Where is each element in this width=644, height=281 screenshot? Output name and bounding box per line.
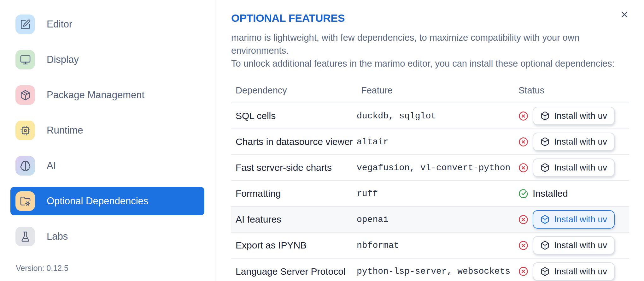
sidebar-item-label: Editor: [47, 19, 72, 30]
edit-icon: [15, 15, 35, 34]
table-row: Language Server Protocol python-lsp-serv…: [231, 258, 629, 281]
feature-packages: altair: [357, 129, 514, 155]
sidebar-item-display[interactable]: Display: [10, 45, 204, 74]
box-icon: [540, 163, 550, 172]
settings-dialog: Editor Display Package Management Runtim…: [0, 0, 644, 281]
table-row: Charts in datasource viewer altair Insta…: [231, 129, 629, 155]
table-row: AI features openai Install with uv: [231, 206, 629, 232]
install-button-label: Install with uv: [554, 240, 607, 250]
monitor-icon: [15, 50, 35, 69]
dependency-table: Dependency Feature Status SQL cells duck…: [231, 81, 629, 281]
install-with-uv-button[interactable]: Install with uv: [533, 236, 615, 254]
brain-icon: [15, 156, 35, 176]
install-button-label: Install with uv: [554, 111, 607, 121]
dependency-name: AI features: [231, 206, 357, 232]
sidebar-item-label: Optional Dependencies: [47, 195, 148, 207]
column-header-feature: Feature: [357, 81, 514, 103]
close-icon: [619, 9, 629, 20]
dependency-name: Language Server Protocol: [231, 258, 357, 281]
table-row: SQL cells duckdb, sqlglot Install with u…: [231, 103, 629, 129]
feature-packages: nbformat: [357, 232, 514, 258]
version-label: Version: 0.12.5: [16, 264, 68, 273]
install-button-label: Install with uv: [554, 137, 607, 147]
table-row: Formatting ruff Installed: [231, 181, 629, 206]
feature-packages: ruff: [357, 181, 514, 206]
dependency-name: Fast server-side charts: [231, 155, 357, 181]
feature-packages: vegafusion, vl-convert-python: [357, 155, 514, 181]
sidebar-item-runtime[interactable]: Runtime: [10, 116, 204, 145]
sidebar-item-label: Package Management: [47, 89, 144, 101]
description-line-2: To unlock additional features in the mar…: [231, 57, 629, 70]
status-cell: Install with uv: [514, 103, 629, 129]
install-with-uv-button[interactable]: Install with uv: [533, 210, 615, 229]
sidebar-item-package-management[interactable]: Package Management: [10, 81, 204, 109]
table-header-row: Dependency Feature Status: [231, 81, 629, 103]
sidebar-item-label: Labs: [47, 231, 68, 242]
table-row: Export as IPYNB nbformat Install with uv: [231, 232, 629, 258]
box-icon: [540, 267, 550, 276]
install-button-label: Install with uv: [554, 214, 607, 224]
feature-packages: openai: [357, 206, 514, 232]
sidebar-item-labs[interactable]: Labs: [10, 222, 204, 251]
status-wrap: Install with uv: [514, 262, 629, 281]
circle-x-icon: [518, 241, 528, 250]
panel-description: marimo is lightweight, with few dependen…: [231, 31, 629, 70]
optional-features-panel: OPTIONAL FEATURES marimo is lightweight,…: [215, 0, 644, 281]
sidebar-item-label: Display: [47, 54, 79, 65]
box-icon: [540, 215, 550, 224]
description-line-1: marimo is lightweight, with few dependen…: [231, 31, 629, 57]
box-icon: [540, 241, 550, 250]
settings-sidebar: Editor Display Package Management Runtim…: [0, 0, 215, 281]
circle-x-icon: [518, 266, 528, 276]
flask-icon: [15, 227, 35, 246]
status-wrap: Installed: [514, 188, 629, 199]
circle-x-icon: [518, 137, 528, 147]
close-button[interactable]: [618, 8, 631, 21]
status-wrap: Install with uv: [514, 133, 629, 151]
feature-packages: duckdb, sqlglot: [357, 103, 514, 129]
column-header-dependency: Dependency: [231, 81, 357, 103]
status-wrap: Install with uv: [514, 210, 629, 229]
dependency-name: Export as IPYNB: [231, 232, 357, 258]
folder-gear-icon: [15, 191, 35, 211]
circle-check-icon: [518, 189, 528, 199]
dependency-table-body: SQL cells duckdb, sqlglot Install with u…: [231, 103, 629, 281]
dependency-name: Charts in datasource viewer: [231, 129, 357, 155]
status-cell: Install with uv: [514, 206, 629, 232]
circle-x-icon: [518, 111, 528, 121]
sidebar-items: Editor Display Package Management Runtim…: [0, 10, 215, 251]
install-with-uv-button[interactable]: Install with uv: [533, 133, 615, 151]
status-wrap: Install with uv: [514, 107, 629, 125]
install-button-label: Install with uv: [554, 266, 607, 277]
feature-packages: python-lsp-server, websockets: [357, 258, 514, 281]
status-cell: Installed: [514, 181, 629, 206]
box-icon: [540, 137, 550, 146]
column-header-status: Status: [514, 81, 629, 103]
sidebar-item-optional-dependencies[interactable]: Optional Dependencies: [10, 187, 204, 215]
package-icon: [15, 85, 35, 105]
install-button-label: Install with uv: [554, 163, 607, 173]
status-wrap: Install with uv: [514, 236, 629, 254]
sidebar-item-label: Runtime: [47, 125, 83, 136]
status-wrap: Install with uv: [514, 158, 629, 177]
status-cell: Install with uv: [514, 232, 629, 258]
install-with-uv-button[interactable]: Install with uv: [533, 158, 615, 177]
circle-x-icon: [518, 163, 528, 173]
table-row: Fast server-side charts vegafusion, vl-c…: [231, 155, 629, 181]
installed-label: Installed: [533, 188, 568, 199]
install-with-uv-button[interactable]: Install with uv: [533, 262, 615, 281]
box-icon: [540, 111, 550, 121]
sidebar-item-label: AI: [47, 160, 56, 171]
sidebar-item-ai[interactable]: AI: [10, 152, 204, 180]
cpu-icon: [15, 121, 35, 140]
page-title: OPTIONAL FEATURES: [231, 12, 629, 24]
dependency-name: Formatting: [231, 181, 357, 206]
circle-x-icon: [518, 215, 528, 224]
sidebar-item-editor[interactable]: Editor: [10, 10, 204, 39]
status-cell: Install with uv: [514, 155, 629, 181]
status-cell: Install with uv: [514, 129, 629, 155]
status-cell: Install with uv: [514, 258, 629, 281]
install-with-uv-button[interactable]: Install with uv: [533, 107, 615, 125]
dependency-name: SQL cells: [231, 103, 357, 129]
